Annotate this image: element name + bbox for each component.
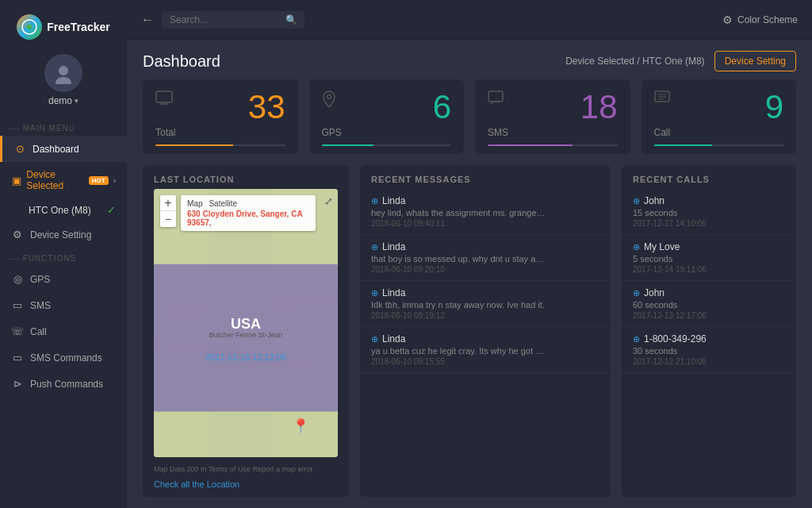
sidebar-item-device-setting[interactable]: ⚙ Device Setting xyxy=(0,221,127,248)
call-contact-icon: ⊕ xyxy=(633,242,640,252)
map-zoom-out[interactable]: − xyxy=(160,211,176,227)
sidebar-item-device-name[interactable]: HTC One (M8) ✓ xyxy=(0,198,127,221)
svg-text:USA: USA xyxy=(231,316,261,332)
call-name: ⊕ 1-800-349-296 xyxy=(633,333,785,344)
call-icon: ☏ xyxy=(11,325,24,337)
call-stat-icon xyxy=(654,90,670,109)
gps-label: GPS xyxy=(322,127,452,138)
map-zoom-in[interactable]: + xyxy=(160,195,176,211)
total-label: Total xyxy=(155,127,285,138)
message-date: 2018-06-10 09:20:10 xyxy=(371,265,599,274)
topbar-left: ← 🔍 xyxy=(141,11,304,29)
dashboard-header: Dashboard Device Selected / HTC One (M8)… xyxy=(127,40,812,79)
call-label: Call xyxy=(654,127,784,138)
sidebar-item-gps[interactable]: ◎ GPS xyxy=(0,266,127,292)
topbar: ← 🔍 ⚙ Color Scheme xyxy=(127,0,812,40)
call-contact-icon: ⊕ xyxy=(633,288,640,298)
stat-sms: 18 SMS xyxy=(475,79,630,154)
sidebar-item-sms-commands[interactable]: ▭ SMS Commands xyxy=(0,344,127,371)
svg-point-1 xyxy=(27,25,32,29)
messages-card: RECENT MESSAGES ⊕ Linda hey lind, whats … xyxy=(360,165,611,497)
map-tab-map[interactable]: Map xyxy=(187,199,202,208)
avatar xyxy=(44,54,82,92)
call-name: ⊕ John xyxy=(633,195,785,206)
call-date: 2017-12-13 12:17:06 xyxy=(633,311,785,320)
calls-card: RECENT CALLS ⊕ John 15 seconds 2017-12-1… xyxy=(622,165,796,497)
message-text: ya u betta cuz he legit cray. Its why he… xyxy=(371,346,546,356)
sms-bar xyxy=(488,144,618,146)
search-input[interactable] xyxy=(170,14,281,25)
message-sender: ⊕ Linda xyxy=(371,195,599,206)
hot-badge: HOT xyxy=(89,176,109,185)
gps-icon: ◎ xyxy=(11,273,24,285)
map-controls: + − xyxy=(160,195,176,227)
user-name[interactable]: demo ▾ xyxy=(48,95,79,106)
sidebar-item-dashboard[interactable]: ⊙ Dashboard xyxy=(0,136,127,162)
call-value: 9 xyxy=(765,90,783,124)
map-container[interactable]: USA 2017-12-16 12:12:05 + − Map Satellit… xyxy=(154,189,338,457)
sidebar-item-device-selected[interactable]: ▣ Device Selected HOT › xyxy=(0,162,127,198)
dashboard-header-right: Device Selected / HTC One (M8) Device Se… xyxy=(565,51,796,71)
breadcrumb: Device Selected / HTC One (M8) xyxy=(565,56,704,67)
call-date: 2017-12-14 19:11:06 xyxy=(633,265,785,274)
sidebar-item-push-commands[interactable]: ⊳ Push Commands xyxy=(0,371,127,397)
map-popup: Map Satellite 630 Cloyden Drive, Sanger,… xyxy=(181,195,316,231)
stat-gps: 6 GPS xyxy=(309,79,465,154)
total-icon xyxy=(155,90,173,109)
back-button[interactable]: ← xyxy=(141,13,154,27)
call-duration: 15 seconds xyxy=(633,208,785,217)
message-text: Idk tbh, imma try n stay away now. Ive h… xyxy=(371,300,546,310)
logo-icon xyxy=(17,14,42,40)
functions-label: --- FUNCTIONS xyxy=(0,248,127,266)
call-duration: 5 seconds xyxy=(633,254,785,264)
sidebar: FreeTracker demo ▾ --- MAIN MENU ⊙ Dashb… xyxy=(0,0,127,508)
message-date: 2018-06-10 09:19:12 xyxy=(371,311,599,320)
map-address: 630 Cloyden Drive, Sanger, CA 93657, xyxy=(187,210,309,227)
call-name: ⊕ My Love xyxy=(633,241,785,252)
logo: FreeTracker xyxy=(17,14,109,40)
sidebar-item-sms[interactable]: ▭ SMS xyxy=(0,292,127,318)
message-item: ⊕ Linda hey lind, whats the assignment m… xyxy=(360,189,611,235)
user-dropdown-arrow: ▾ xyxy=(75,97,79,105)
content-area: LAST LOCATION USA 2017-12-16 12:12:05 xyxy=(127,165,812,508)
call-bar xyxy=(654,144,784,146)
message-text: that boy is so messed up. why dnt u stay… xyxy=(371,254,546,264)
device-selected-icon: ▣ xyxy=(11,175,21,187)
search-icon: 🔍 xyxy=(285,14,297,25)
stat-call: 9 Call xyxy=(642,79,797,154)
call-duration: 30 seconds xyxy=(633,346,785,356)
topbar-right: ⚙ Color Scheme xyxy=(722,13,798,26)
main-menu-label: --- MAIN MENU xyxy=(0,117,127,136)
svg-point-2 xyxy=(59,66,68,75)
message-item: ⊕ Linda Idk tbh, imma try n stay away no… xyxy=(360,281,611,327)
map-road-label: Butcher Ferme St-Jean xyxy=(162,331,330,339)
sidebar-item-call[interactable]: ☏ Call xyxy=(0,318,127,344)
sender-icon: ⊕ xyxy=(371,196,378,206)
call-item: ⊕ 1-800-349-296 30 seconds 2017-12-12 21… xyxy=(622,327,796,373)
check-icon: ✓ xyxy=(107,204,116,216)
map-footer: Map Data 200 m Terms of Use Report a map… xyxy=(143,464,349,476)
svg-rect-4 xyxy=(156,91,172,102)
sms-commands-icon: ▭ xyxy=(11,352,24,364)
device-setting-button[interactable]: Device Setting xyxy=(714,51,796,71)
map-expand-icon[interactable]: ⤢ xyxy=(324,195,333,207)
user-avatar-container: demo ▾ xyxy=(44,54,82,106)
message-item: ⊕ Linda ya u betta cuz he legit cray. It… xyxy=(360,327,611,373)
search-box: 🔍 xyxy=(162,11,304,29)
location-card: LAST LOCATION USA 2017-12-16 12:12:05 xyxy=(143,165,349,497)
main-content: ← 🔍 ⚙ Color Scheme Dashboard Device Sele… xyxy=(127,0,812,508)
sender-icon: ⊕ xyxy=(371,288,378,298)
map-tab-satellite[interactable]: Satellite xyxy=(209,199,237,208)
svg-point-7 xyxy=(327,95,331,99)
calls-section-title: RECENT CALLS xyxy=(622,165,796,189)
check-location-link[interactable]: Check all the Location xyxy=(143,476,349,497)
color-scheme-label[interactable]: Color Scheme xyxy=(737,14,798,25)
sms-value: 18 xyxy=(580,90,618,124)
svg-rect-8 xyxy=(488,91,503,102)
message-sender: ⊕ Linda xyxy=(371,241,599,252)
messages-list: ⊕ Linda hey lind, whats the assignment m… xyxy=(360,189,611,373)
stats-row: 33 Total 6 GPS 18 SMS xyxy=(127,79,812,165)
call-name: ⊕ John xyxy=(633,287,785,298)
gps-value: 6 xyxy=(433,90,451,124)
device-setting-sidebar-icon: ⚙ xyxy=(11,229,24,241)
